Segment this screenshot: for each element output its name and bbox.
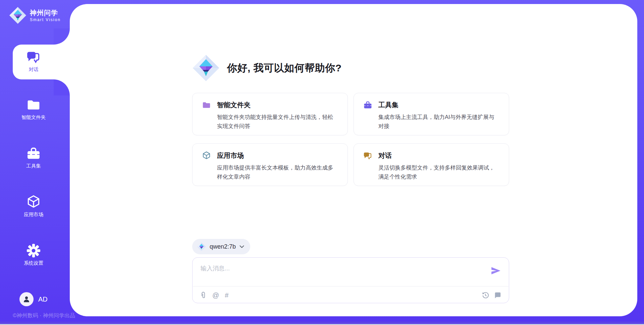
history-icon[interactable] bbox=[482, 291, 489, 299]
sidebar: 神州问学 Smart Vision 对话 智能文件夹 工具集 应用市场 系统设置 bbox=[0, 0, 70, 325]
chat-icon bbox=[363, 151, 372, 160]
brand-logo: 神州问学 Smart Vision bbox=[9, 7, 61, 24]
chevron-down-icon bbox=[239, 245, 244, 248]
greeting-title: 你好, 我可以如何帮助你? bbox=[227, 61, 342, 75]
brand-title: 神州问学 bbox=[30, 9, 61, 17]
model-diamond-icon bbox=[197, 242, 206, 251]
app-window: 神州问学 Smart Vision 对话 智能文件夹 工具集 应用市场 系统设置 bbox=[0, 0, 644, 325]
card-description: 智能文件夹功能支持批量文件上传与清洗，轻松实现文件问答 bbox=[217, 113, 338, 130]
sidebar-item-label: 应用市场 bbox=[0, 211, 67, 218]
card-title: 智能文件夹 bbox=[217, 101, 251, 110]
sidebar-item-label: 智能文件夹 bbox=[0, 114, 67, 121]
sidebar-item-settings[interactable]: 系统设置 bbox=[0, 243, 67, 266]
sidebar-item-smart-folder[interactable]: 智能文件夹 bbox=[0, 97, 67, 121]
card-toolset[interactable]: 工具集 集成市场上主流工具，助力AI与外界无缝扩展与对接 bbox=[354, 93, 509, 135]
feature-cards: 智能文件夹 智能文件夹功能支持批量文件上传与清洗，轻松实现文件问答 工具集 集成… bbox=[192, 93, 509, 186]
greeting-block: 你好, 我可以如何帮助你? bbox=[192, 54, 342, 82]
hashtag-icon[interactable]: # bbox=[225, 292, 228, 299]
bottom-strip bbox=[0, 322, 644, 324]
sidebar-item-label: 系统设置 bbox=[0, 260, 67, 266]
toolbox-icon bbox=[363, 101, 372, 110]
sidebar-item-app-market[interactable]: 应用市场 bbox=[0, 195, 67, 218]
sidebar-item-label: 工具集 bbox=[0, 163, 67, 169]
brand-diamond-icon bbox=[9, 7, 26, 24]
composer-divider bbox=[193, 286, 508, 286]
cube-icon bbox=[202, 151, 211, 160]
folder-icon bbox=[202, 101, 211, 110]
person-icon bbox=[22, 295, 31, 303]
message-input[interactable] bbox=[193, 258, 481, 284]
brand-subtitle: Smart Vision bbox=[30, 17, 61, 22]
card-chat[interactable]: 对话 灵活切换多模型文件，支持多样回复效果调试，满足个性化需求 bbox=[354, 143, 509, 186]
avatar bbox=[19, 292, 34, 306]
card-title: 应用市场 bbox=[217, 151, 244, 160]
sidebar-item-label: 对话 bbox=[0, 66, 67, 73]
gear-icon bbox=[26, 243, 41, 258]
model-selector[interactable]: qwen2:7b bbox=[192, 239, 250, 254]
attach-file-icon[interactable] bbox=[200, 291, 207, 299]
assistant-diamond-icon bbox=[192, 54, 220, 82]
folder-icon bbox=[26, 97, 41, 112]
toolbox-icon bbox=[26, 146, 41, 161]
card-description: 应用市场提供丰富长文本模板，助力高效生成多样化文章内容 bbox=[217, 163, 338, 181]
send-icon[interactable] bbox=[491, 266, 501, 275]
message-composer: @ # bbox=[192, 257, 509, 303]
conversation-icon[interactable] bbox=[494, 291, 501, 299]
chat-icon bbox=[26, 50, 41, 64]
user-initials: AD bbox=[38, 296, 48, 303]
sidebar-item-toolset[interactable]: 工具集 bbox=[0, 146, 67, 169]
card-description: 集成市场上主流工具，助力AI与外界无缝扩展与对接 bbox=[378, 113, 499, 130]
card-title: 工具集 bbox=[378, 101, 398, 110]
card-app-market[interactable]: 应用市场 应用市场提供丰富长文本模板，助力高效生成多样化文章内容 bbox=[192, 143, 348, 186]
card-description: 灵活切换多模型文件，支持多样回复效果调试，满足个性化需求 bbox=[378, 163, 499, 181]
model-name: qwen2:7b bbox=[210, 243, 236, 250]
card-smart-folder[interactable]: 智能文件夹 智能文件夹功能支持批量文件上传与清洗，轻松实现文件问答 bbox=[192, 93, 348, 135]
user-account[interactable]: AD bbox=[19, 292, 48, 306]
sidebar-item-chat[interactable]: 对话 bbox=[0, 50, 67, 73]
copyright-footer: ©神州数码 · 神州问学出品 bbox=[13, 312, 75, 319]
card-title: 对话 bbox=[378, 151, 392, 160]
mention-icon[interactable]: @ bbox=[212, 292, 219, 299]
cube-icon bbox=[26, 195, 41, 209]
